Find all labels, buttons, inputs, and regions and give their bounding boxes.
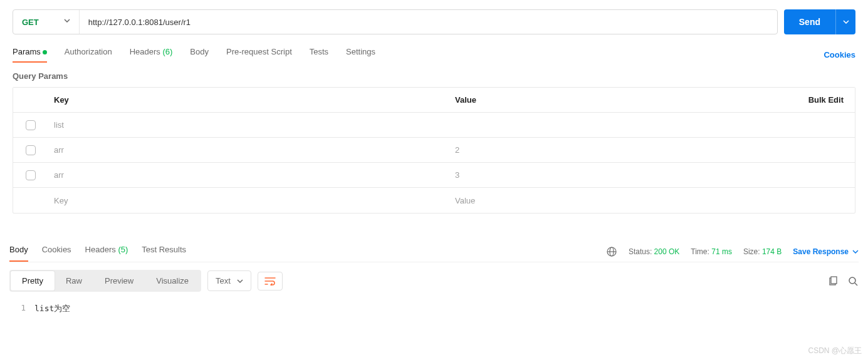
table-header: Key Value Bulk Edit bbox=[13, 88, 855, 113]
cell-key[interactable]: arr bbox=[48, 170, 449, 180]
wrap-lines-button[interactable] bbox=[258, 272, 283, 291]
cell-key[interactable]: list bbox=[48, 120, 449, 130]
row-checkbox[interactable] bbox=[26, 145, 36, 155]
query-params-table: Key Value Bulk Edit list arr 2 arr 3 Key… bbox=[13, 87, 855, 213]
cell-value[interactable]: 3 bbox=[449, 170, 855, 180]
table-row[interactable]: arr 3 bbox=[13, 163, 855, 188]
tab-prerequest[interactable]: Pre-request Script bbox=[226, 47, 292, 63]
tab-body[interactable]: Body bbox=[190, 47, 209, 63]
method-url-group: GET bbox=[13, 9, 778, 34]
bulk-edit-button[interactable]: Bulk Edit bbox=[797, 95, 855, 105]
save-response-button[interactable]: Save Response bbox=[793, 247, 859, 256]
cell-key[interactable]: arr bbox=[48, 145, 449, 155]
chevron-down-icon bbox=[843, 20, 849, 24]
view-raw[interactable]: Raw bbox=[55, 271, 93, 291]
time-text: Time: 71 ms bbox=[691, 247, 732, 256]
tab-headers[interactable]: Headers (6) bbox=[130, 47, 173, 63]
method-label: GET bbox=[22, 18, 39, 27]
cell-value-placeholder[interactable]: Value bbox=[449, 196, 855, 205]
size-text: Size: 174 B bbox=[743, 247, 782, 256]
tab-tests[interactable]: Tests bbox=[310, 47, 328, 63]
line-number: 1 bbox=[9, 303, 34, 314]
row-checkbox[interactable] bbox=[26, 120, 36, 130]
row-checkbox[interactable] bbox=[26, 170, 36, 180]
format-select[interactable]: Text bbox=[207, 270, 251, 291]
response-tabs: Body Cookies Headers (5) Test Results bbox=[9, 245, 186, 262]
cell-key-placeholder[interactable]: Key bbox=[48, 196, 449, 205]
response-meta: Status: 200 OK Time: 71 ms Size: 174 B S… bbox=[606, 246, 859, 261]
request-tabs: Params Authorization Headers (6) Body Pr… bbox=[13, 47, 375, 63]
send-button-group: Send bbox=[784, 9, 855, 34]
cell-value[interactable]: 2 bbox=[449, 145, 855, 155]
response-tab-headers[interactable]: Headers (5) bbox=[85, 245, 128, 262]
line-text[interactable]: list为空 bbox=[34, 303, 70, 314]
search-icon[interactable] bbox=[847, 275, 859, 287]
table-row[interactable]: arr 2 bbox=[13, 138, 855, 163]
tab-settings[interactable]: Settings bbox=[346, 47, 375, 63]
svg-rect-4 bbox=[831, 277, 837, 284]
globe-icon[interactable] bbox=[606, 246, 617, 257]
query-params-title: Query Params bbox=[13, 71, 855, 81]
send-button[interactable]: Send bbox=[784, 9, 835, 34]
chevron-down-icon bbox=[64, 19, 70, 25]
tab-params[interactable]: Params bbox=[13, 47, 47, 63]
url-input[interactable] bbox=[80, 10, 777, 34]
column-key: Key bbox=[48, 95, 449, 105]
view-pretty[interactable]: Pretty bbox=[11, 271, 55, 291]
response-tab-tests[interactable]: Test Results bbox=[142, 245, 186, 262]
wrap-icon bbox=[264, 277, 276, 285]
response-tab-cookies[interactable]: Cookies bbox=[42, 245, 71, 262]
copy-icon[interactable] bbox=[827, 275, 839, 287]
svg-line-6 bbox=[855, 283, 857, 285]
column-value: Value bbox=[449, 95, 797, 105]
chevron-down-icon bbox=[237, 279, 243, 283]
status-text: Status: 200 OK bbox=[629, 247, 679, 256]
cookies-link[interactable]: Cookies bbox=[824, 50, 855, 59]
method-select[interactable]: GET bbox=[13, 10, 80, 34]
table-row-new[interactable]: Key Value bbox=[13, 188, 855, 213]
svg-point-5 bbox=[849, 277, 855, 284]
table-row[interactable]: list bbox=[13, 113, 855, 138]
send-options-button[interactable] bbox=[835, 9, 855, 34]
response-body: 1 list为空 bbox=[9, 299, 859, 318]
view-preview[interactable]: Preview bbox=[93, 271, 145, 291]
active-dot-icon bbox=[43, 50, 47, 54]
view-segment: Pretty Raw Preview Visualize bbox=[9, 270, 201, 292]
request-bar: GET Send bbox=[13, 9, 855, 34]
chevron-down-icon bbox=[852, 250, 859, 254]
view-visualize[interactable]: Visualize bbox=[145, 271, 200, 291]
response-tab-body[interactable]: Body bbox=[9, 245, 28, 262]
tab-authorization[interactable]: Authorization bbox=[65, 47, 112, 63]
